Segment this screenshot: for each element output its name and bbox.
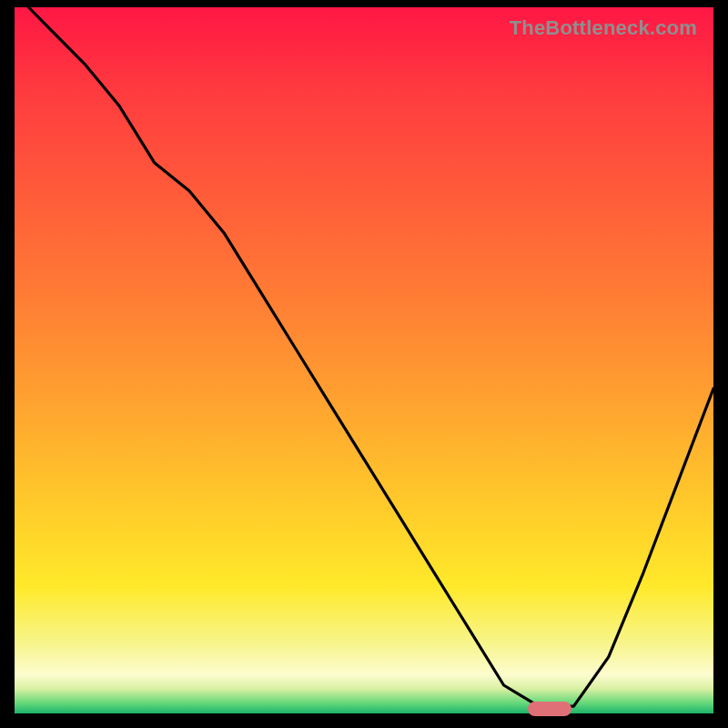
chart-svg: [15, 7, 713, 713]
optimal-marker: [528, 702, 571, 716]
watermark-text: TheBottleneck.com: [510, 16, 697, 40]
gradient-background: [15, 7, 713, 713]
plot-area: TheBottleneck.com: [15, 7, 713, 713]
